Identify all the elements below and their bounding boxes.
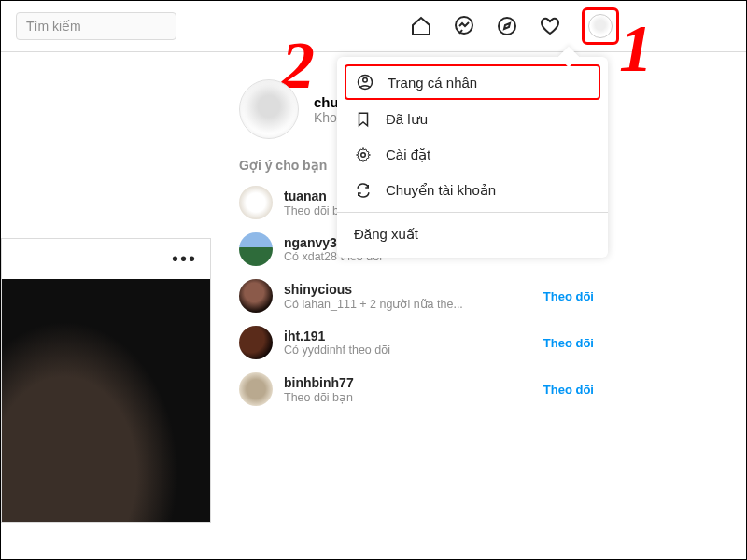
suggestion-row: shinycious Có lahan_111 + 2 người nữa th…: [239, 279, 594, 313]
suggestion-name[interactable]: shinycious: [284, 282, 532, 297]
follow-button[interactable]: Theo dõi: [543, 289, 594, 303]
menu-label: Đã lưu: [386, 111, 428, 128]
annotation-avatar-highlight: [582, 7, 619, 45]
post-image[interactable]: [2, 279, 210, 522]
explore-icon[interactable]: [496, 15, 518, 37]
menu-label: Trang cá nhân: [388, 75, 477, 91]
menu-item-settings[interactable]: Cài đặt: [337, 137, 608, 173]
search-input[interactable]: Tìm kiếm: [16, 12, 176, 40]
feed-column: •••: [1, 51, 211, 559]
switch-icon: [354, 182, 373, 199]
suggestion-desc: Có yyddinhf theo dõi: [284, 343, 532, 357]
menu-label: Chuyển tài khoản: [386, 182, 496, 199]
search-placeholder: Tìm kiếm: [26, 19, 81, 34]
follow-button[interactable]: Theo dõi: [543, 336, 594, 350]
menu-item-switch[interactable]: Chuyển tài khoản: [337, 173, 608, 208]
activity-icon[interactable]: [539, 15, 561, 37]
nav-icons: [410, 7, 731, 45]
suggestion-avatar[interactable]: [239, 232, 273, 266]
post-more-icon[interactable]: •••: [2, 239, 210, 279]
gear-icon: [354, 147, 373, 163]
suggestion-avatar[interactable]: [239, 186, 273, 219]
menu-label: Đăng xuất: [354, 226, 418, 243]
menu-separator: [337, 212, 608, 213]
current-user-avatar[interactable]: [239, 79, 299, 139]
profile-dropdown: Trang cá nhân Đã lưu Cài đặt Chuyển tài …: [337, 57, 608, 258]
current-user-sub: Kho: [314, 110, 339, 125]
menu-item-saved[interactable]: Đã lưu: [337, 102, 608, 137]
follow-button[interactable]: Theo dõi: [543, 383, 594, 397]
suggestion-row: iht.191 Có yyddinhf theo dõi Theo dõi: [239, 326, 594, 359]
svg-point-3: [363, 78, 368, 83]
bookmark-icon: [354, 111, 373, 128]
home-icon[interactable]: [410, 15, 432, 37]
profile-avatar-nav[interactable]: [588, 14, 613, 38]
suggestion-avatar[interactable]: [239, 326, 273, 359]
messenger-icon[interactable]: [453, 15, 475, 37]
suggestion-name[interactable]: binhbinh77: [284, 375, 532, 390]
profile-icon: [356, 74, 374, 91]
suggestion-row: binhbinh77 Theo dõi bạn Theo dõi: [239, 372, 594, 406]
suggestion-avatar[interactable]: [239, 372, 273, 406]
suggestion-desc: Theo dõi bạn: [284, 390, 532, 404]
menu-item-logout[interactable]: Đăng xuất: [337, 217, 608, 252]
menu-label: Cài đặt: [386, 147, 430, 163]
suggestion-desc: Có lahan_111 + 2 người nữa the...: [284, 297, 532, 311]
suggestion-avatar[interactable]: [239, 279, 273, 313]
suggestion-name[interactable]: iht.191: [284, 329, 532, 343]
svg-point-4: [361, 153, 366, 158]
svg-point-1: [499, 18, 515, 35]
menu-item-profile[interactable]: Trang cá nhân: [345, 64, 600, 100]
feed-post: •••: [1, 238, 211, 523]
current-user-name: chu: [314, 94, 339, 110]
